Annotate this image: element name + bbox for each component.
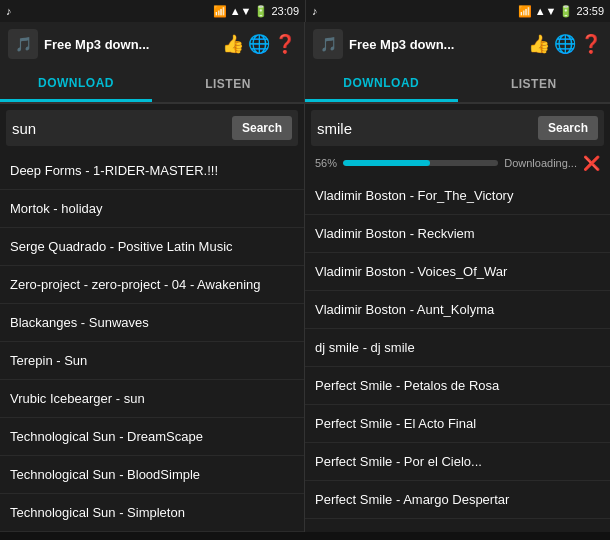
list-item[interactable]: Vladimir Boston - Reckviem bbox=[305, 215, 610, 253]
nav-bar-right: ◁ ○ □ bbox=[305, 532, 610, 540]
help-icon-left: ❓ bbox=[274, 33, 296, 55]
music-note-icon: 🎵 bbox=[15, 36, 32, 52]
battery-icon-left: 🔋 bbox=[254, 5, 268, 18]
list-item[interactable]: Perfect Smile - Por el Cielo... bbox=[305, 443, 610, 481]
tab-download-right[interactable]: DOWNLOAD bbox=[305, 66, 458, 102]
thumb-icon-left: 👍 bbox=[222, 33, 244, 55]
list-item[interactable]: Vladimir Boston - Aunt_Kolyma bbox=[305, 291, 610, 329]
list-item[interactable]: Mortok - holiday bbox=[0, 190, 304, 228]
tab-listen-right[interactable]: LISTEN bbox=[458, 66, 611, 102]
status-bar-right: ♪ 📶 ▲▼ 🔋 23:59 bbox=[305, 0, 610, 22]
right-app-header: 🎵 Free Mp3 down... 👍 🌐 ❓ bbox=[305, 22, 610, 66]
left-search-button[interactable]: Search bbox=[232, 116, 292, 140]
left-app-title: Free Mp3 down... bbox=[44, 37, 216, 52]
status-bar-left: ♪ 📶 ▲▼ 🔋 23:09 bbox=[0, 0, 305, 22]
list-item[interactable]: dj smile - dj smile bbox=[305, 329, 610, 367]
battery-icon-right: 🔋 bbox=[559, 5, 573, 18]
right-panel: 🎵 Free Mp3 down... 👍 🌐 ❓ DOWNLOAD LISTEN… bbox=[305, 22, 610, 532]
right-search-input[interactable] bbox=[317, 120, 534, 137]
list-item[interactable]: Technological Sun - DreamScape bbox=[0, 418, 304, 456]
notification-icon-right: ♪ bbox=[312, 5, 318, 17]
wifi-icon-left: ▲▼ bbox=[230, 5, 252, 17]
left-song-list: Deep Forms - 1-RIDER-MASTER.!!!Mortok - … bbox=[0, 152, 304, 532]
left-app-header: 🎵 Free Mp3 down... 👍 🌐 ❓ bbox=[0, 22, 304, 66]
right-song-list: Vladimir Boston - For_The_VictoryVladimi… bbox=[305, 177, 610, 532]
left-search-bar: Search bbox=[6, 110, 298, 146]
tab-listen-left[interactable]: LISTEN bbox=[152, 66, 304, 102]
signal-icon-right: 📶 bbox=[518, 5, 532, 18]
list-item[interactable]: Technological Sun - BloodSimple bbox=[0, 456, 304, 494]
left-header-icons: 👍 🌐 ❓ bbox=[222, 33, 296, 55]
globe-icon-right: 🌐 bbox=[554, 33, 576, 55]
right-header-icons: 👍 🌐 ❓ bbox=[528, 33, 602, 55]
list-item[interactable]: Blackanges - Sunwaves bbox=[0, 304, 304, 342]
notification-icon: ♪ bbox=[6, 5, 12, 17]
wifi-icon-right: ▲▼ bbox=[535, 5, 557, 17]
tab-download-left[interactable]: DOWNLOAD bbox=[0, 66, 152, 102]
left-app-icon: 🎵 bbox=[8, 29, 38, 59]
list-item[interactable]: Vladimir Boston - Voices_Of_War bbox=[305, 253, 610, 291]
download-progress-bar: 56% Downloading... ❌ bbox=[305, 152, 610, 177]
right-app-icon: 🎵 bbox=[313, 29, 343, 59]
help-icon-right: ❓ bbox=[580, 33, 602, 55]
left-tabs: DOWNLOAD LISTEN bbox=[0, 66, 304, 104]
downloading-label: Downloading... bbox=[504, 157, 577, 169]
signal-icon-left: 📶 bbox=[213, 5, 227, 18]
progress-bar-fill bbox=[343, 160, 430, 166]
right-app-title: Free Mp3 down... bbox=[349, 37, 522, 52]
cancel-download-button[interactable]: ❌ bbox=[583, 155, 600, 171]
list-item[interactable]: Deep Forms - 1-RIDER-MASTER.!!! bbox=[0, 152, 304, 190]
globe-icon-left: 🌐 bbox=[248, 33, 270, 55]
list-item[interactable]: Perfect Smile - El Acto Final bbox=[305, 405, 610, 443]
list-item[interactable]: Technological Sun - Simpleton bbox=[0, 494, 304, 532]
right-search-button[interactable]: Search bbox=[538, 116, 598, 140]
list-item[interactable]: Serge Quadrado - Positive Latin Music bbox=[0, 228, 304, 266]
left-panel: 🎵 Free Mp3 down... 👍 🌐 ❓ DOWNLOAD LISTEN… bbox=[0, 22, 305, 532]
list-item[interactable]: Terepin - Sun bbox=[0, 342, 304, 380]
right-tabs: DOWNLOAD LISTEN bbox=[305, 66, 610, 104]
progress-bar-container bbox=[343, 160, 498, 166]
thumb-icon-right: 👍 bbox=[528, 33, 550, 55]
list-item[interactable]: Perfect Smile - Amargo Despertar bbox=[305, 481, 610, 519]
time-left: 23:09 bbox=[271, 5, 299, 17]
list-item[interactable]: Zero-project - zero-project - 04 - Awake… bbox=[0, 266, 304, 304]
progress-percent: 56% bbox=[315, 157, 337, 169]
list-item[interactable]: Perfect Smile - Petalos de Rosa bbox=[305, 367, 610, 405]
list-item[interactable]: Vrubic Icebearger - sun bbox=[0, 380, 304, 418]
bottom-nav: ◁ ○ □ ◁ ○ □ bbox=[0, 532, 610, 540]
nav-bar-left: ◁ ○ □ bbox=[0, 532, 305, 540]
right-search-bar: Search bbox=[311, 110, 604, 146]
music-note-icon-right: 🎵 bbox=[320, 36, 337, 52]
time-right: 23:59 bbox=[576, 5, 604, 17]
list-item[interactable]: Vladimir Boston - For_The_Victory bbox=[305, 177, 610, 215]
left-search-input[interactable] bbox=[12, 120, 228, 137]
